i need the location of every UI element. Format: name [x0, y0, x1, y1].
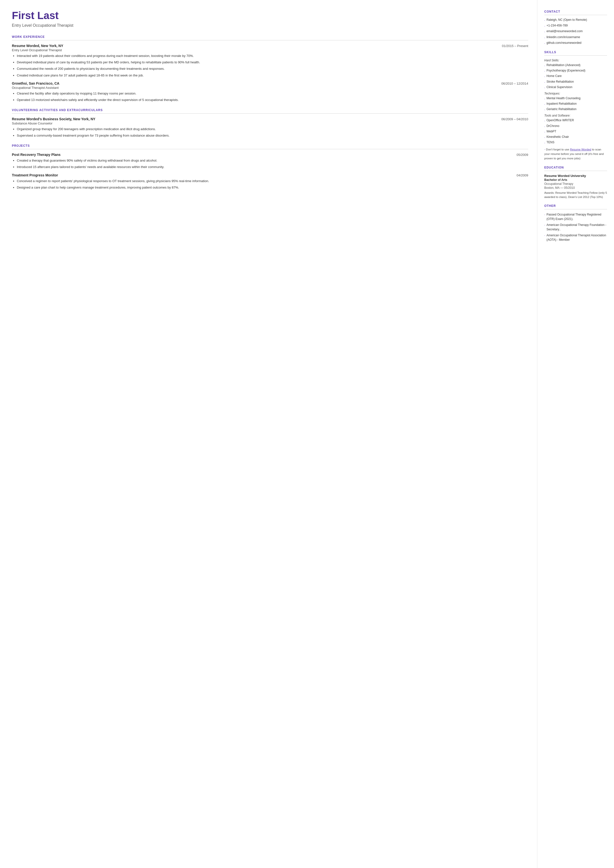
tool-2: · DrChrono: [544, 124, 607, 129]
bullet-icon-2: ·: [544, 24, 545, 28]
right-column: CONTACT · Raleigh, NC (Open to Remote) ·…: [537, 0, 614, 868]
job-2-bullet-1: Cleaned the facility after daily operati…: [17, 91, 528, 96]
contact-header: CONTACT: [544, 10, 607, 13]
hard-skill-4: · Stroke Rehabilitation: [544, 80, 607, 84]
tool-bullet-3: ·: [544, 130, 545, 134]
bullet-icon-5: ·: [544, 41, 545, 45]
tool-1: · OpenOffice WRITER: [544, 118, 607, 123]
other-1: · Passed Occupational Therapy Registered…: [544, 212, 607, 221]
name: First Last: [12, 10, 528, 21]
rw-note: · Don't forget to use Resume Worded to s…: [544, 147, 607, 161]
project-2-bullet-2: Designed a care plan chart to help careg…: [17, 185, 528, 190]
skill-bullet-4: ·: [544, 80, 545, 84]
contact-5: · github.com/resumeworded: [544, 41, 607, 45]
contact-2: · +1-234-456-789: [544, 24, 607, 28]
tool-bullet-2: ·: [544, 124, 545, 129]
job-1-role: Entry Level Occupational Therapist: [12, 48, 528, 52]
job-2-bullet-2: Operated 13 motorized wheelchairs safely…: [17, 98, 528, 102]
work-experience-header: WORK EXPERIENCE: [12, 35, 528, 39]
project-1-bullets: Created a therapy that guarantees 90% sa…: [17, 158, 528, 169]
vol-1-bullet-2: Supervised a community-based treatment p…: [17, 133, 528, 138]
tool-bullet-1: ·: [544, 118, 545, 123]
tools-list: · OpenOffice WRITER · DrChrono · WebPT ·…: [544, 118, 607, 145]
tech-bullet-2: ·: [544, 102, 545, 106]
edu-awards: Awards: Resume Worded Teaching Fellow (o…: [544, 191, 607, 199]
job-2-role: Occupational Therapist Assistant: [12, 86, 528, 90]
contact-4: · linkedin.com/in/username: [544, 36, 607, 40]
hard-skill-2: · Psychotherapy (Experienced): [544, 69, 607, 73]
other-header: OTHER: [544, 204, 607, 208]
volunteering-header: VOLUNTEERING ACTIVITIES AND EXTRACURRICU…: [12, 109, 528, 112]
tech-bullet-1: ·: [544, 96, 545, 101]
tool-4: · Kinesthetic Chair: [544, 135, 607, 140]
job-2-title-row: Growthsi, San Francisco, CA 06/2010 – 12…: [12, 81, 528, 85]
project-2-date: 04/2009: [516, 174, 528, 177]
techniques-list: · Mental Health Counseling · Inpatient R…: [544, 96, 607, 112]
other-3: · American Occupational Therapist Associ…: [544, 233, 607, 242]
technique-1: · Mental Health Counseling: [544, 96, 607, 101]
education-header: EDUCATION: [544, 166, 607, 169]
hard-skill-3: · Home Care: [544, 74, 607, 79]
edu-school: Resume Worded University: [544, 174, 607, 178]
edu-field: Occupational Therapy: [544, 182, 607, 186]
contact-list: · Raleigh, NC (Open to Remote) · +1-234-…: [544, 18, 607, 45]
other-2: · American Occupational Therapy Foundati…: [544, 223, 607, 231]
job-1: Resume Worded, New York, NY 01/2015 – Pr…: [12, 44, 528, 78]
hard-skills-label: Hard Skills:: [544, 59, 607, 62]
vol-1-bullet-1: Organized group therapy for 200 teenager…: [17, 127, 528, 132]
technique-3: · Geriatric Rehabilitation: [544, 107, 607, 112]
hard-skills-list: · Rehabilitation (Advanced) · Psychother…: [544, 63, 607, 90]
tool-5: · TENS: [544, 141, 607, 145]
bullet-icon-4: ·: [544, 36, 545, 40]
job-1-bullet-4: Created individual care plans for 37 adu…: [17, 73, 528, 78]
bullet-icon-3: ·: [544, 30, 545, 34]
job-1-date: 01/2015 – Present: [502, 44, 528, 48]
project-1-bullet-1: Created a therapy that guarantees 90% sa…: [17, 158, 528, 163]
tools-label: Tools and Software:: [544, 114, 607, 117]
job-1-company: Resume Worded, New York, NY: [12, 44, 63, 48]
projects-header: PROJECTS: [12, 144, 528, 148]
other-bullet-1: ·: [544, 212, 545, 217]
other-bullet-3: ·: [544, 233, 545, 238]
project-1-title-row: Post Recovery Therapy Plans 05/2009: [12, 153, 528, 157]
tool-3: · WebPT: [544, 130, 607, 134]
edu-location-date: Boston, MA — 05/2010: [544, 186, 607, 189]
job-2: Growthsi, San Francisco, CA 06/2010 – 12…: [12, 81, 528, 102]
rw-bullet: ·: [544, 147, 545, 151]
education-block: Resume Worded University Bachelor of Art…: [544, 174, 607, 199]
education-divider: [544, 171, 607, 171]
technique-2: · Inpatient Rehabilitation: [544, 102, 607, 106]
project-2-title: Treatment Progress Monitor: [12, 173, 58, 177]
job-1-title-row: Resume Worded, New York, NY 01/2015 – Pr…: [12, 44, 528, 48]
project-2-bullets: Conceived a regimen to report patients' …: [17, 179, 528, 190]
hard-skill-5: · Clinical Supervision: [544, 85, 607, 90]
project-2-title-row: Treatment Progress Monitor 04/2009: [12, 173, 528, 177]
skill-bullet-3: ·: [544, 74, 545, 79]
job-2-bullets: Cleaned the facility after daily operati…: [17, 91, 528, 102]
hard-skill-1: · Rehabilitation (Advanced): [544, 63, 607, 68]
contact-divider: [544, 15, 607, 15]
job-1-bullet-2: Developed individual plans of care by ev…: [17, 60, 528, 65]
job-1-bullets: Interacted with 19 patients about their …: [17, 53, 528, 78]
left-column: First Last Entry Level Occupational Ther…: [0, 0, 537, 868]
rw-link[interactable]: Resume Worded: [570, 148, 591, 151]
other-list: · Passed Occupational Therapy Registered…: [544, 212, 607, 242]
project-2-bullet-1: Conceived a regimen to report patients' …: [17, 179, 528, 183]
job-2-date: 06/2010 – 12/2014: [501, 82, 528, 85]
job-1-bullet-3: Communicated the needs of 200 patients t…: [17, 66, 528, 71]
vol-1-company: Resume Worded's Business Society, New Yo…: [12, 117, 95, 121]
bullet-icon-1: ·: [544, 18, 545, 23]
project-1-date: 05/2009: [516, 153, 528, 157]
skills-header: SKILLS: [544, 50, 607, 54]
subtitle: Entry Level Occupational Therapist: [12, 23, 528, 28]
edu-degree: Bachelor of Arts: [544, 178, 607, 182]
vol-1-bullets: Organized group therapy for 200 teenager…: [17, 127, 528, 138]
techniques-label: Techniques:: [544, 92, 607, 95]
project-2: Treatment Progress Monitor 04/2009 Conce…: [12, 173, 528, 190]
contact-1: · Raleigh, NC (Open to Remote): [544, 18, 607, 23]
vol-1-date: 06/2009 – 04/2010: [501, 117, 528, 121]
tool-bullet-4: ·: [544, 135, 545, 140]
project-1: Post Recovery Therapy Plans 05/2009 Crea…: [12, 153, 528, 169]
vol-1-role: Substance Abuse Counselor: [12, 121, 528, 125]
skill-bullet-2: ·: [544, 69, 545, 73]
